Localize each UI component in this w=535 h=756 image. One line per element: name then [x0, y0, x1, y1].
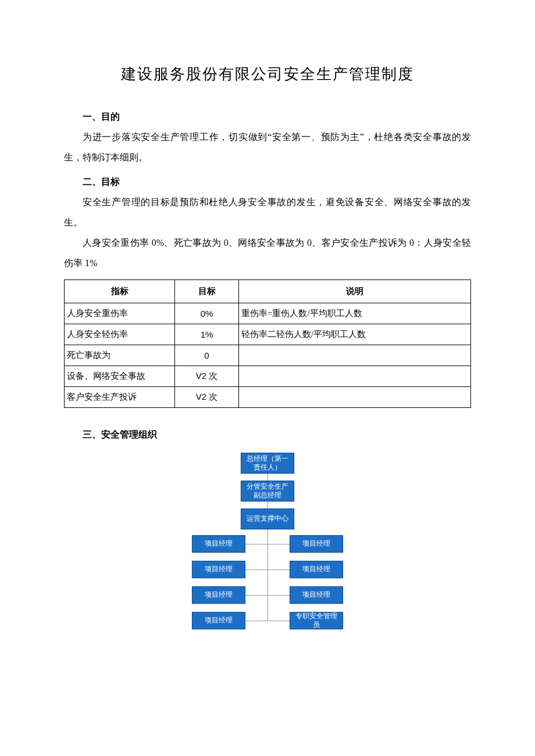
section-2-paragraph-1: 安全生产管理的目标是预防和杜绝人身安全事故的发生，避免设备安全、网络安全事故的发… — [64, 192, 471, 232]
table-header-target: 目标 — [175, 280, 239, 303]
table-cell-target: 1% — [175, 324, 239, 345]
targets-table: 指标 目标 说明 人身安全重伤率 0% 重伤率=重伤人数/平均职工人数 人身安全… — [64, 280, 471, 408]
table-cell-indicator: 人身安全轻伤率 — [65, 324, 175, 345]
table-header-row: 指标 目标 说明 — [65, 280, 471, 303]
section-2-paragraph-2: 人身安全重伤率 0%、死亡事故为 0、网络安全事故为 0、客户安全生产投诉为 0… — [64, 232, 471, 273]
table-cell-target: V2 次 — [175, 386, 239, 407]
table-row: 客户安全生产投诉 V2 次 — [65, 386, 471, 407]
table-header-desc: 说明 — [239, 280, 471, 303]
page-title: 建设服务股份有限公司安全生产管理制度 — [64, 64, 471, 84]
org-row: 项目经理 项目经理 — [192, 586, 343, 604]
org-row: 项目经理 专职安全管理员 — [192, 612, 343, 629]
table-cell-desc — [239, 345, 471, 366]
table-cell-desc: 重伤率=重伤人数/平均职工人数 — [239, 303, 471, 324]
org-node-pm: 项目经理 — [290, 535, 343, 553]
org-node-safety-officer: 专职安全管理员 — [290, 612, 343, 629]
table-cell-indicator: 客户安全生产投诉 — [65, 386, 175, 407]
table-cell-indicator: 设备、网络安全事故 — [65, 366, 175, 386]
org-row: 项目经理 项目经理 — [192, 535, 343, 553]
table-cell-target: 0% — [175, 303, 239, 324]
table-row: 设备、网络安全事故 V2 次 — [65, 366, 471, 386]
table-cell-target: V2 次 — [175, 366, 239, 386]
section-3-heading: 三、安全管理组织 — [64, 424, 471, 445]
table-cell-indicator: 人身安全重伤率 — [65, 303, 175, 324]
org-connector — [268, 501, 268, 508]
table-row: 人身安全轻伤率 1% 轻伤率二轻伤人数/平均职工人数 — [65, 324, 471, 345]
org-node-support-center: 运营支撑中心 — [241, 508, 294, 529]
section-1-paragraph-1: 为进一步落实安全生产管理工作，切实做到“安全第一、预防为主”，杜绝各类安全事故的… — [64, 127, 471, 167]
table-row: 死亡事故为 0 — [65, 345, 471, 366]
table-cell-desc — [239, 366, 471, 386]
org-node-pm: 项目经理 — [192, 535, 245, 553]
section-1-heading: 一、目的 — [64, 106, 471, 127]
table-header-indicator: 指标 — [65, 280, 175, 303]
org-row: 项目经理 项目经理 — [192, 561, 343, 578]
org-node-deputy: 分管安全生产副总经理 — [241, 481, 294, 501]
org-node-pm: 项目经理 — [290, 561, 343, 578]
table-cell-desc — [239, 386, 471, 407]
org-connector — [268, 474, 268, 481]
org-node-pm: 项目经理 — [192, 561, 245, 578]
org-node-pm: 项目经理 — [192, 586, 245, 604]
section-2-heading: 二、目标 — [64, 171, 471, 192]
table-row: 人身安全重伤率 0% 重伤率=重伤人数/平均职工人数 — [65, 303, 471, 324]
org-node-gm: 总经理（第一责任人） — [241, 453, 294, 474]
org-node-pm: 项目经理 — [290, 586, 343, 604]
table-cell-desc: 轻伤率二轻伤人数/平均职工人数 — [239, 324, 471, 345]
org-node-pm: 项目经理 — [192, 612, 245, 629]
table-cell-indicator: 死亡事故为 — [65, 345, 175, 366]
table-cell-target: 0 — [175, 345, 239, 366]
org-chart: 总经理（第一责任人） 分管安全生产副总经理 运营支撑中心 项目经理 项目经理 项… — [192, 453, 343, 629]
